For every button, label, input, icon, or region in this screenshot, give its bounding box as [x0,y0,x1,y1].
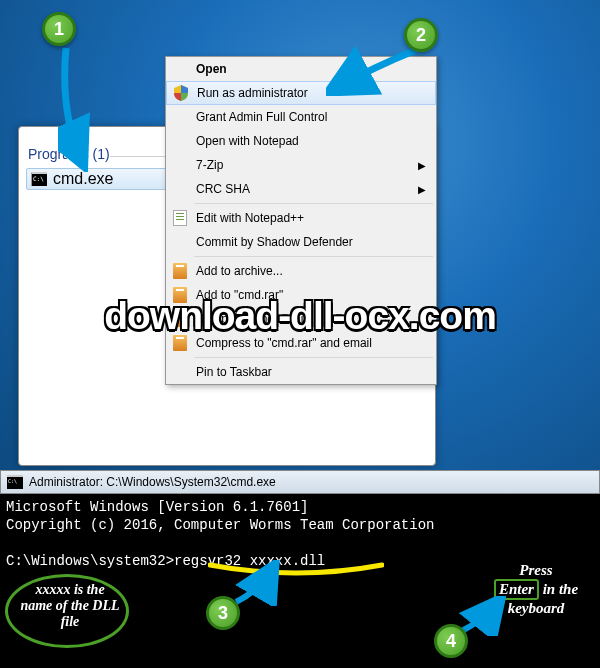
menu-label: Compress to "cmd.rar" and email [196,336,372,350]
chevron-right-icon: ▶ [418,184,426,195]
menu-crc-sha[interactable]: CRC SHA ▶ [166,177,436,201]
step-badge-4: 4 [434,624,468,658]
menu-separator [194,203,433,204]
search-result-label: cmd.exe [53,170,113,188]
menu-label: CRC SHA [196,182,250,196]
arrow-icon [230,560,280,606]
menu-label: Commit by Shadow Defender [196,235,353,249]
cmd-prompt: C:\Windows\system32> [6,553,174,569]
menu-label: Edit with Notepad++ [196,211,304,225]
step-badge-1: 1 [42,12,76,46]
menu-label: 7-Zip [196,158,223,172]
menu-add-archive[interactable]: Add to archive... [166,259,436,283]
shield-icon [172,84,190,102]
cmd-icon [7,475,23,489]
menu-label: Pin to Taskbar [196,365,272,379]
step-badge-2: 2 [404,18,438,52]
menu-separator [194,357,433,358]
menu-shadow-defender[interactable]: Commit by Shadow Defender [166,230,436,254]
archive-icon [171,262,189,280]
menu-label: Run as administrator [197,86,308,100]
step-badge-3: 3 [206,596,240,630]
arrow-icon [326,46,422,96]
cmd-line: Copyright (c) 2016, Computer Worms Team … [6,517,434,533]
menu-open-notepad[interactable]: Open with Notepad [166,129,436,153]
menu-label: Open with Notepad [196,134,299,148]
menu-pin-taskbar[interactable]: Pin to Taskbar [166,360,436,384]
menu-label: Open [196,62,227,76]
watermark-text: download-dll-ocx.com [0,294,600,338]
arrow-icon [58,44,108,172]
notepad-icon [171,209,189,227]
menu-label: Grant Admin Full Control [196,110,327,124]
chevron-right-icon: ▶ [418,160,426,171]
cmd-title: Administrator: C:\Windows\System32\cmd.e… [29,475,276,489]
cmd-icon [31,172,47,186]
menu-label: Add to archive... [196,264,283,278]
cmd-titlebar[interactable]: Administrator: C:\Windows\System32\cmd.e… [0,470,600,494]
menu-7zip[interactable]: 7-Zip ▶ [166,153,436,177]
menu-grant-admin[interactable]: Grant Admin Full Control [166,105,436,129]
menu-edit-notepadpp[interactable]: Edit with Notepad++ [166,206,436,230]
cmd-line: Microsoft Windows [Version 6.1.7601] [6,499,308,515]
menu-separator [194,256,433,257]
note-dll-text: xxxxx is the name of the DLL file [20,582,120,630]
